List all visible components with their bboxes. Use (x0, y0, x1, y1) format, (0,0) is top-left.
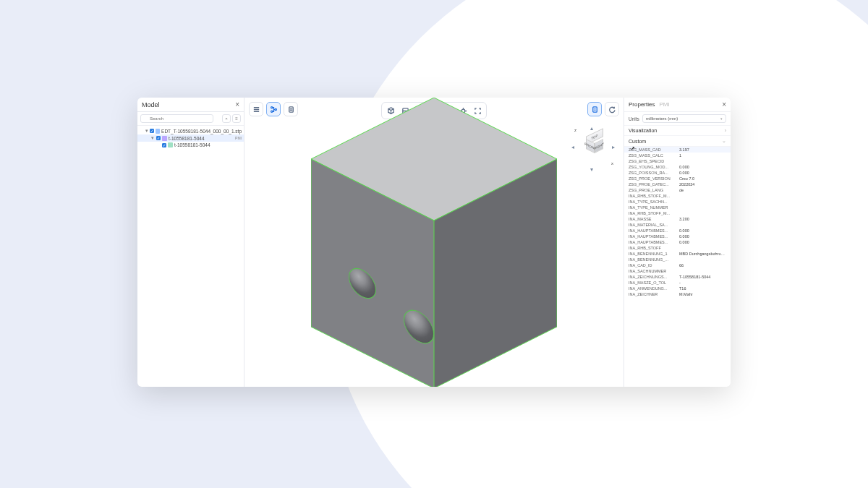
property-key: ZSG_POISSON_RA... (629, 171, 679, 175)
property-row[interactable]: INA_MASZE_O_TOL- (624, 280, 731, 286)
property-row[interactable]: INA_SACHNUMMER (624, 268, 731, 274)
property-value (679, 205, 726, 210)
properties-panel: Properties PMI × Units millimeters (mm) … (624, 98, 731, 387)
property-row[interactable]: INA_HAUPTABMES...0.000 (624, 234, 731, 239)
search-input-wrap[interactable] (140, 114, 220, 123)
svg-point-0 (271, 106, 272, 108)
tree-label: t-10558181-5044 (174, 142, 210, 147)
property-row[interactable]: INA_RHB_STOFF_M... (624, 210, 731, 216)
part-icon (168, 142, 173, 147)
property-row[interactable]: INA_RHB_STOFF_M... (624, 193, 731, 199)
chevron-right-icon: › (725, 128, 726, 133)
caret-icon[interactable]: ▾ (145, 128, 148, 134)
svg-rect-3 (289, 106, 293, 111)
units-label: Units (629, 116, 639, 121)
property-row[interactable]: INA_MASSE3.200 (624, 216, 731, 222)
property-row[interactable]: ZSG_PROE_DATEC...2022024 (624, 181, 731, 187)
property-row[interactable]: INA_RHB_STOFF (624, 245, 731, 251)
section-custom[interactable]: Custom ⌄ (624, 136, 731, 147)
property-key: INA_RHB_STOFF_M... (629, 211, 679, 215)
chevron-down-icon: ⌄ (722, 138, 726, 144)
property-row[interactable]: INA_ANWENDUNG...T16 (624, 286, 731, 291)
section-visualization[interactable]: Visualization › (624, 126, 731, 136)
tab-properties[interactable]: Properties (629, 101, 655, 108)
property-value: 0.000 (679, 240, 726, 244)
filter-button[interactable]: ≡ (232, 114, 241, 123)
svg-marker-12 (311, 159, 434, 387)
property-row[interactable]: INA_ZEICHNERM.Mahr (624, 291, 731, 297)
model-panel: Model × × ≡ ▾EDT_T-10558181-5044_000_00_… (137, 98, 244, 387)
toolbar-menu-button[interactable] (249, 102, 263, 116)
property-value: MBD Durchgangsbohrung mit Gewi... (679, 252, 726, 256)
property-value: T16 (679, 286, 726, 291)
property-row[interactable]: INA_HAUPTABMES...0.000 (624, 239, 731, 245)
caret-icon[interactable]: ▾ (150, 135, 155, 141)
property-value (679, 269, 726, 273)
property-value (679, 194, 726, 198)
search-input[interactable] (140, 114, 213, 123)
search-row: × ≡ (137, 112, 244, 126)
property-row[interactable]: ZSG_YOUNG_MOD...0.000 (624, 164, 731, 170)
visibility-checkbox[interactable] (156, 136, 161, 140)
property-row[interactable]: INA_BENENNUNG_1MBD Durchgangsbohrung mit… (624, 251, 731, 257)
navcube-left-icon[interactable]: ◂ (571, 144, 574, 150)
navcube-down-icon[interactable]: ▾ (590, 166, 593, 173)
navcube-up-icon[interactable]: ▴ (590, 125, 593, 132)
property-key: ZSG_MASS_CALC (629, 153, 679, 158)
toolbar-document-button[interactable] (284, 102, 298, 116)
visibility-checkbox[interactable] (162, 143, 166, 147)
property-key: INA_ANWENDUNG... (629, 286, 679, 291)
close-icon[interactable]: × (722, 100, 726, 108)
property-row[interactable]: INA_TYPE_NUMMER (624, 205, 731, 210)
tree-row[interactable]: ▾EDT_T-10558181-5044_000_00_1.stp (137, 127, 244, 134)
property-row[interactable]: INA_TYPE_SACHN... (624, 199, 731, 205)
property-key: INA_BENENNUNG_... (629, 257, 679, 262)
property-key: ZSG_PROE_VERSION (629, 176, 679, 181)
property-row[interactable]: INA_CAD_ID66 (624, 262, 731, 268)
pmi-tag: PMI (235, 136, 242, 140)
units-select[interactable]: millimeters (mm) (642, 114, 726, 123)
asm-icon (162, 136, 167, 141)
property-row[interactable]: INA_BENENNUNG_... (624, 257, 731, 262)
tab-pmi[interactable]: PMI (659, 101, 669, 108)
property-key: INA_HAUPTABMES... (629, 234, 679, 239)
model-3d-object[interactable] (311, 98, 557, 387)
viewport-3d[interactable]: z ▴ ◂ ▸ ▾ TOP FRONT RIGHT x (244, 98, 624, 387)
navcube-body[interactable]: TOP FRONT RIGHT (586, 137, 603, 154)
clear-filter-button[interactable]: × (222, 114, 231, 123)
property-row[interactable]: ZSG_MASS_CALC1 (624, 153, 731, 158)
property-row[interactable]: INA_HAUPTABMES...0.000 (624, 228, 731, 234)
property-value: 0.000 (679, 165, 726, 169)
visualization-label: Visualization (629, 128, 657, 133)
navcube-face-right[interactable]: RIGHT (595, 139, 603, 153)
tree-row[interactable]: ▾t-10558181-5044PMI (137, 134, 244, 142)
property-row[interactable]: ZSG_POISSON_RA...0.000 (624, 170, 731, 176)
property-key: INA_MATERIAL_SA... (629, 223, 679, 227)
property-key: INA_SACHNUMMER (629, 269, 679, 273)
toolbar-refresh-button[interactable] (605, 102, 619, 116)
model-tree: ▾EDT_T-10558181-5044_000_00_1.stp▾t-1055… (137, 126, 244, 150)
toolbar-tree-button[interactable] (266, 102, 281, 116)
svg-point-1 (271, 111, 272, 112)
model-face-left (311, 157, 434, 387)
property-row[interactable]: ZSG_PROE_LANGde (624, 187, 731, 193)
property-row[interactable]: ZSG_MASS_CAD3.197↖ (624, 147, 731, 153)
property-value: de (679, 188, 726, 192)
close-icon[interactable]: × (235, 100, 239, 108)
property-key: INA_TYPE_SACHN... (629, 200, 679, 204)
tree-row[interactable]: t-10558181-5044 (137, 142, 244, 148)
stp-icon (156, 129, 160, 134)
svg-rect-10 (592, 106, 597, 111)
property-key: ZSG_PROE_DATEC... (629, 182, 679, 187)
tree-label: t-10558181-5044 (169, 136, 205, 141)
property-row[interactable]: INA_MATERIAL_SA... (624, 222, 731, 228)
navcube-right-icon[interactable]: ▸ (612, 144, 615, 150)
navigation-cube[interactable]: z ▴ ◂ ▸ ▾ TOP FRONT RIGHT x (573, 127, 613, 170)
property-value: Creo 7.0 (679, 176, 726, 181)
property-row[interactable]: INA_ZEICHNUNGS...T-10558181-5044 (624, 274, 731, 280)
property-row[interactable]: ZSG_EHS_SPECID (624, 158, 731, 164)
toolbar-sheet-button[interactable] (587, 102, 602, 116)
visibility-checkbox[interactable] (150, 129, 154, 133)
property-row[interactable]: ZSG_PROE_VERSIONCreo 7.0 (624, 176, 731, 181)
property-value: T-10558181-5044 (679, 275, 726, 279)
